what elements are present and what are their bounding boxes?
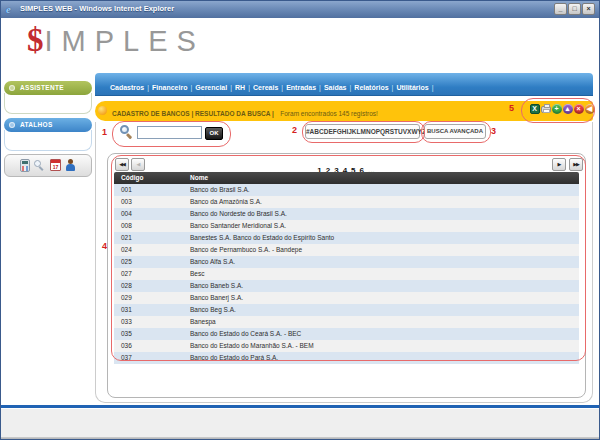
cell-codigo: 031 <box>114 304 190 316</box>
table-row[interactable]: 029Banco Banerj S.A. <box>114 292 579 304</box>
cell-nome: Banestes S.A. Banco do Estado do Espírit… <box>190 232 579 244</box>
cell-nome: Banco do Brasil S.A. <box>190 184 579 196</box>
cell-codigo: 027 <box>114 268 190 280</box>
cell-nome: Banco da Amazônia S.A. <box>190 196 579 208</box>
action-toolbar: X+▲×◀ <box>529 104 595 122</box>
nav-item-relatorios[interactable]: Relatórios <box>354 84 388 91</box>
table-row[interactable]: 003Banco da Amazônia S.A. <box>114 196 579 208</box>
cell-nome: Banco do Estado do Maranhão S.A. - BEM <box>190 340 579 352</box>
table-header: Código Nome <box>114 172 579 184</box>
window-controls: _ □ × <box>554 3 595 15</box>
nav-item-rh[interactable]: RH <box>235 84 245 91</box>
table-row[interactable]: 021Banestes S.A. Banco do Estado do Espí… <box>114 232 579 244</box>
nav-separator: | <box>319 84 321 91</box>
breadcrumb-bar: CADASTRO DE BANCOS | RESULTADO DA BUSCA … <box>95 101 593 121</box>
table-row[interactable]: 036Banco do Estado do Maranhão S.A. - BE… <box>114 340 579 352</box>
search-input[interactable] <box>137 126 202 139</box>
logo-dollar-icon: $ <box>27 22 44 58</box>
table-row[interactable]: 028Banco Baneb S.A. <box>114 280 579 292</box>
cell-nome: Banco Santander Meridional S.A. <box>190 220 579 232</box>
nav-separator: | <box>392 84 394 91</box>
breadcrumb: CADASTRO DE BANCOS | RESULTADO DA BUSCA … <box>112 110 274 117</box>
nav-separator: | <box>350 84 352 91</box>
cell-codigo: 025 <box>114 256 190 268</box>
user-icon[interactable] <box>65 159 76 172</box>
cell-nome: Banco Alfa S.A. <box>190 256 579 268</box>
cell-codigo: 003 <box>114 196 190 208</box>
first-page-button[interactable]: ◀◀ <box>115 158 129 171</box>
sidebar-item-atalhos[interactable]: ATALHOS <box>4 118 92 132</box>
table-row[interactable]: 035Banco do Estado do Ceará S.A. - BEC <box>114 328 579 340</box>
close-icon[interactable]: × <box>574 104 584 114</box>
annotation-number-2: 2 <box>292 125 297 135</box>
bank-table-body: 001Banco do Brasil S.A.003Banco da Amazô… <box>114 184 579 364</box>
cell-nome: Banco do Estado do Ceará S.A. - BEC <box>190 328 579 340</box>
table-row[interactable]: 037Banco do Estado do Pará S.A. <box>114 352 579 364</box>
table-row[interactable]: 025Banco Alfa S.A. <box>114 256 579 268</box>
cell-codigo: 001 <box>114 184 190 196</box>
table-row[interactable]: 001Banco do Brasil S.A. <box>114 184 579 196</box>
cell-codigo: 035 <box>114 328 190 340</box>
logo-text: IMPLES <box>45 25 205 57</box>
back-icon[interactable]: ◀ <box>585 104 595 114</box>
column-header-nome: Nome <box>190 172 579 184</box>
nav-item-gerencial[interactable]: Gerencial <box>195 84 227 91</box>
close-window-button[interactable]: × <box>582 3 595 15</box>
sidebar-item-assistente[interactable]: ASSISTENTE <box>4 81 92 95</box>
advanced-search-button[interactable]: BUSCA AVANÇADA <box>424 124 486 139</box>
nav-separator: | <box>281 84 283 91</box>
calendar-day: 17 <box>51 163 60 171</box>
excel-export-icon[interactable]: X <box>530 104 540 114</box>
cell-codigo: 029 <box>114 292 190 304</box>
cell-nome: Banco Banerj S.A. <box>190 292 579 304</box>
search-icon <box>120 125 134 140</box>
cell-codigo: 004 <box>114 208 190 220</box>
annotation-number-4: 4 <box>102 241 107 251</box>
nav-item-cereais[interactable]: Cereais <box>253 84 278 91</box>
nav-separator: | <box>147 84 149 91</box>
last-page-button[interactable]: ▶▶ <box>569 158 583 171</box>
cell-codigo: 021 <box>114 232 190 244</box>
app-logo: $IMPLES <box>27 22 205 59</box>
table-row[interactable]: 033Banespa <box>114 316 579 328</box>
nav-item-utilitarios[interactable]: Utilitários <box>396 84 428 91</box>
cell-codigo: 033 <box>114 316 190 328</box>
magnifier-icon[interactable] <box>34 159 46 172</box>
status-bar: FREELINE - 76.676.436/0001-67 Grupo: Soj… <box>1 408 600 438</box>
main-menu-bar: Cadastros|Financeiro|Gerencial|RH|Cereai… <box>95 73 593 96</box>
cell-nome: Banco Baneb S.A. <box>190 280 579 292</box>
previous-page-button[interactable]: ◀ <box>131 158 145 171</box>
bullet-icon <box>98 106 107 115</box>
nav-item-financeiro[interactable]: Financeiro <box>152 84 187 91</box>
table-row[interactable]: 008Banco Santander Meridional S.A. <box>114 220 579 232</box>
table-row[interactable]: 031Banco Beg S.A. <box>114 304 579 316</box>
bank-table: Código Nome 001Banco do Brasil S.A.003Ba… <box>114 172 579 364</box>
annotation-number-5: 5 <box>509 103 514 113</box>
add-record-icon[interactable]: + <box>552 104 562 114</box>
column-header-codigo: Código <box>114 172 190 184</box>
cell-codigo: 037 <box>114 352 190 364</box>
table-row[interactable]: 004Banco do Nordeste do Brasil S.A. <box>114 208 579 220</box>
nav-separator: | <box>432 84 434 91</box>
next-page-button[interactable]: ▶ <box>552 158 566 171</box>
nav-item-cadastros[interactable]: Cadastros <box>110 84 144 91</box>
table-row[interactable]: 027Besc <box>114 268 579 280</box>
cell-nome: Banco do Nordeste do Brasil S.A. <box>190 208 579 220</box>
minimize-button[interactable]: _ <box>554 3 567 15</box>
nav-item-entradas[interactable]: Entradas <box>286 84 316 91</box>
nav-separator: | <box>190 84 192 91</box>
assistente-panel <box>4 93 92 114</box>
alphabet-filter[interactable]: #ABCDEFGHIJKLMNOPQRSTUVXWYZ <box>305 124 420 139</box>
nav-item-saidas[interactable]: Saídas <box>324 84 347 91</box>
table-row[interactable]: 024Banco de Pernambuco S.A. - Bandepe <box>114 244 579 256</box>
sidebar-icon-tray: 17 <box>4 154 92 177</box>
calendar-icon[interactable]: 17 <box>50 159 61 171</box>
restore-button[interactable]: □ <box>568 3 581 15</box>
print-icon[interactable] <box>541 106 551 113</box>
calculator-icon[interactable] <box>20 159 30 172</box>
up-icon[interactable]: ▲ <box>563 104 573 114</box>
search-ok-button[interactable]: OK <box>205 127 223 140</box>
window-title: SIMPLES WEB - Windows Internet Explorer <box>20 4 174 13</box>
cell-nome: Banco Beg S.A. <box>190 304 579 316</box>
atalhos-panel <box>4 130 92 151</box>
